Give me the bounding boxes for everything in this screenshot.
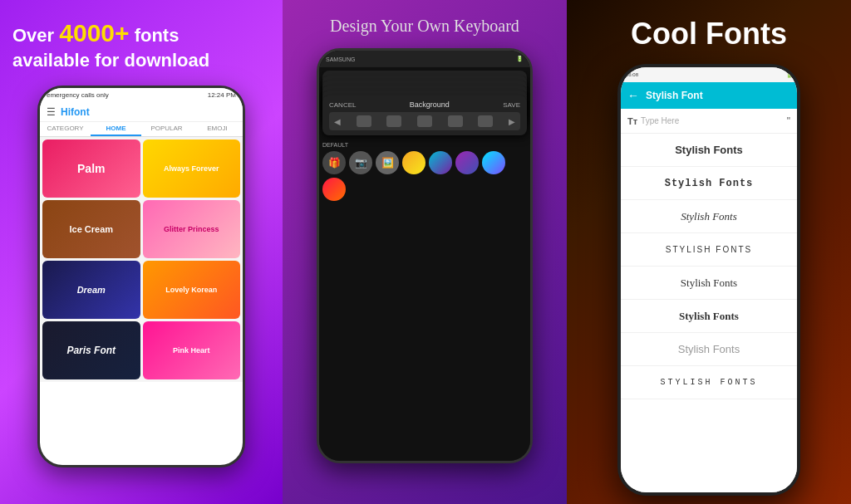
tab-popular[interactable]: POPULAR (141, 122, 192, 136)
middle-panel: Design Your Own Keyboard SAMSUNG 🔋 CANCE… (283, 0, 567, 504)
grid-item-lovely-label: Lovely Korean (165, 286, 217, 294)
font-label-2: Stylish Fonts (665, 178, 754, 189)
font-label-5: Stylish Fonts (681, 276, 737, 290)
font-item-6[interactable]: Stylish Fonts (621, 300, 797, 333)
font-list: Stylish Fonts Stylish Fonts Stylish Font… (621, 134, 797, 492)
grid-item-palm[interactable]: Palm (42, 139, 140, 198)
grid-item-paris[interactable]: Paris Font (42, 321, 140, 379)
grid-item-icecream-label: Ice Cream (69, 224, 113, 234)
font-item-3[interactable]: Stylish Fonts (621, 200, 797, 233)
tt-icon: Tт (627, 116, 637, 126)
pr-search-placeholder: Type Here (641, 116, 787, 125)
grid-item-icecream[interactable]: Ice Cream (42, 200, 140, 258)
middle-title: Design Your Own Keyboard (330, 17, 519, 36)
headline-text1: Over (12, 25, 59, 46)
kb-save-bg[interactable]: SAVE (503, 101, 520, 109)
phone-middle-screen: SAMSUNG 🔋 CANCEL Sound SAVE ◀ (319, 51, 530, 461)
grid-item-pink[interactable]: Pink Heart (143, 321, 241, 379)
left-panel: Over 4000+ fonts available for download … (0, 0, 283, 504)
right-title: Cool Fonts (631, 17, 787, 51)
pr-search-bar[interactable]: Tт Type Here " (621, 109, 797, 134)
font-label-4: STYLISH FONTS (666, 245, 752, 254)
font-item-7[interactable]: Stylish Fonts (621, 333, 797, 366)
phone-right: 16:08 🔋 ← Stylish Font Tт Type Here " St… (617, 64, 800, 496)
kb-card-background: CANCEL Background SAVE ◀ ▶ (322, 95, 527, 135)
headline-highlight: 4000+ (59, 19, 129, 46)
phone-middle: SAMSUNG 🔋 CANCEL Sound SAVE ◀ (317, 48, 533, 463)
grid-item-glitter[interactable]: Glitter Princess (143, 200, 241, 258)
bg-gift[interactable]: 🎁 (322, 151, 346, 174)
font-label-8: STYLISH FONTS (660, 378, 757, 387)
nav-tabs: CATEGORY HOME POPULAR EMOJI (40, 122, 243, 137)
tab-emoji[interactable]: EMOJI (192, 122, 243, 136)
grid-item-dream-label: Dream (77, 285, 106, 295)
pr-topbar: ← Stylish Font (621, 82, 797, 109)
default-label: DEFAULT (322, 142, 527, 148)
grid-item-lovely[interactable]: Lovely Korean (143, 261, 241, 319)
kb-arrow-right-bg[interactable]: ▶ (509, 117, 515, 126)
grid-item-dream[interactable]: Dream (42, 261, 140, 319)
bg-color3[interactable] (455, 151, 479, 174)
mid-status-left: SAMSUNG (326, 56, 355, 62)
grid-item-always-label: Always Forever (164, 164, 219, 173)
kb-arrow-left-bg[interactable]: ◀ (334, 117, 341, 126)
grid-item-glitter-label: Glitter Princess (164, 225, 219, 233)
kb-bg-icon-2[interactable] (386, 115, 401, 127)
bg-color1[interactable] (402, 151, 426, 174)
font-label-1: Stylish Fonts (675, 144, 743, 156)
tab-category[interactable]: CATEGORY (40, 122, 91, 136)
font-item-5[interactable]: Stylish Fonts (621, 267, 797, 300)
kb-card-bg-header: CANCEL Background SAVE (329, 100, 520, 109)
font-item-2[interactable]: Stylish Fonts (621, 167, 797, 200)
kb-bg-icon-3[interactable] (417, 115, 432, 127)
phone-left-screen: emergency calls only 12:24 PM ☰ Hifont C… (40, 88, 243, 465)
kb-bg-icon-4[interactable] (448, 115, 463, 127)
tab-home[interactable]: HOME (91, 122, 141, 136)
bg-color5[interactable] (322, 178, 346, 201)
font-label-7: Stylish Fonts (678, 343, 740, 355)
font-item-8[interactable]: STYLISH FONTS (621, 366, 797, 399)
font-label-3: Stylish Fonts (681, 210, 737, 223)
grid-item-always[interactable]: Always Forever (143, 139, 241, 198)
font-item-4[interactable]: STYLISH FONTS (621, 233, 797, 267)
mid-status-right: 🔋 (516, 56, 524, 62)
pr-time: 16:08 (626, 72, 638, 77)
kb-bg-icon-5[interactable] (478, 115, 493, 127)
bg-color2[interactable] (429, 151, 452, 174)
pr-topbar-title: Stylish Font (646, 90, 703, 101)
pr-quote: " (787, 115, 790, 127)
phone-right-screen: 16:08 🔋 ← Stylish Font Tт Type Here " St… (621, 67, 797, 492)
bg-color-circles: 🎁 📷 🖼️ (322, 151, 527, 201)
headline-text2: fonts (130, 25, 180, 46)
pr-status-icons: 🔋 (786, 72, 792, 78)
menu-icon: ☰ (47, 106, 56, 118)
bg-camera[interactable]: 📷 (349, 151, 372, 174)
kb-bg-label: Background (410, 100, 450, 109)
grid-item-pink-label: Pink Heart (173, 346, 210, 355)
kb-icons-bg: ◀ ▶ (329, 112, 520, 130)
headline-text3: available for download (12, 50, 209, 71)
grid-item-paris-label: Paris Font (66, 345, 116, 356)
phone-left: emergency calls only 12:24 PM ☰ Hifont C… (37, 86, 245, 467)
app-title: Hifont (61, 106, 90, 118)
headline: Over 4000+ fonts available for download (12, 17, 209, 73)
pr-back-arrow[interactable]: ← (627, 89, 639, 102)
right-panel: Cool Fonts 16:08 🔋 ← Stylish Font Tт Typ… (567, 0, 851, 504)
phone-middle-status: SAMSUNG 🔋 (319, 51, 530, 67)
bg-color4[interactable] (482, 151, 505, 174)
pr-status-bar: 16:08 🔋 (621, 67, 797, 82)
kb-cancel-bg[interactable]: CANCEL (329, 101, 356, 109)
status-time-left: 12:24 PM (208, 91, 236, 99)
font-label-6: Stylish Fonts (679, 310, 739, 323)
kb-bg-picker-section: DEFAULT 🎁 📷 🖼️ (322, 142, 527, 201)
font-grid: Palm Always Forever Ice Cream Glitter Pr… (40, 137, 243, 382)
status-emergency: emergency calls only (47, 91, 109, 99)
app-bar-left: ☰ Hifont (40, 103, 243, 122)
grid-item-palm-label: Palm (77, 162, 105, 175)
font-item-1[interactable]: Stylish Fonts (621, 134, 797, 167)
status-bar-left: emergency calls only 12:24 PM (40, 88, 243, 103)
kb-bg-icon-1[interactable] (357, 115, 371, 127)
bg-image[interactable]: 🖼️ (376, 151, 399, 174)
